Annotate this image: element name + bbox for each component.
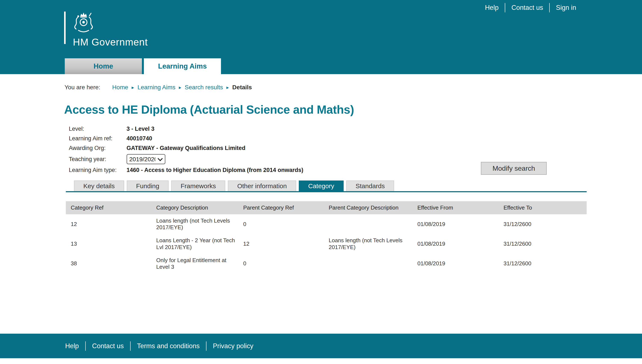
table-row: 13 Loans Length - 2 Year (not Tech Lvl 2…	[66, 234, 587, 254]
royal-crest-icon	[73, 12, 94, 35]
link-divider	[85, 341, 86, 351]
hm-government-logo[interactable]: HM Government	[64, 12, 148, 48]
breadcrumb-home[interactable]: Home	[112, 84, 128, 91]
footer-help-link[interactable]: Help	[65, 342, 79, 350]
tab-other-information[interactable]: Other information	[228, 180, 296, 191]
site-footer: Help Contact us Terms and conditions Pri…	[0, 334, 642, 358]
tab-category[interactable]: Category	[299, 180, 344, 191]
tab-frameworks[interactable]: Frameworks	[171, 180, 225, 191]
modify-search-button[interactable]: Modify search	[481, 162, 547, 175]
footer-contact-us-link[interactable]: Contact us	[92, 342, 124, 350]
contact-us-link[interactable]: Contact us	[511, 4, 543, 12]
detail-row-learning-aim-ref: Learning Aim ref: 40010740	[69, 134, 642, 143]
cell-effective-to: 31/12/2600	[499, 254, 587, 274]
tab-home[interactable]: Home	[65, 58, 142, 74]
breadcrumb-current: Details	[232, 84, 252, 91]
col-effective-from: Effective From	[412, 201, 499, 214]
logo-text: HM Government	[73, 36, 148, 48]
breadcrumb-prefix: You are here:	[65, 84, 100, 91]
breadcrumb: You are here: Home ▸ Learning Aims ▸ Sea…	[65, 84, 642, 91]
detail-label: Teaching year:	[69, 156, 127, 162]
breadcrumb-search-results[interactable]: Search results	[185, 84, 223, 91]
link-divider	[130, 341, 131, 351]
cell-effective-from: 01/08/2019	[412, 234, 499, 254]
top-links: Help Contact us Sign in	[485, 3, 576, 12]
cell-effective-from: 01/08/2019	[412, 214, 499, 234]
cell-category-description: Loans Length - 2 Year (not Tech Lvl 2017…	[151, 234, 238, 254]
cell-effective-from: 01/08/2019	[412, 254, 499, 274]
footer-privacy-link[interactable]: Privacy policy	[213, 342, 253, 350]
logo-divider-bar	[64, 12, 66, 44]
cell-category-ref: 38	[66, 254, 151, 274]
detail-row-learning-aim-type: Learning Aim type: 1460 - Access to High…	[69, 165, 642, 175]
cell-parent-category-description: Loans length (not Tech Levels 2017/EYE)	[324, 234, 412, 254]
help-link[interactable]: Help	[485, 4, 499, 12]
breadcrumb-arrow-icon: ▸	[226, 84, 229, 90]
tab-funding[interactable]: Funding	[127, 180, 169, 191]
tab-standards[interactable]: Standards	[346, 180, 394, 191]
link-divider	[505, 3, 505, 12]
table-row: 12 Loans length (not Tech Levels 2017/EY…	[66, 214, 587, 234]
table-row: 38 Only for Legal Entitlement at Level 3…	[66, 254, 587, 274]
detail-tabs: Key details Funding Frameworks Other inf…	[66, 180, 587, 192]
cell-category-description: Only for Legal Entitlement at Level 3	[151, 254, 238, 274]
col-effective-to: Effective To	[499, 201, 587, 214]
detail-label: Learning Aim type:	[69, 167, 127, 174]
detail-row-awarding-org: Awarding Org: GATEWAY - Gateway Qualific…	[69, 143, 642, 153]
teaching-year-select-wrap: 2019/2020	[127, 154, 165, 164]
tab-learning-aims[interactable]: Learning Aims	[144, 58, 221, 74]
page-title: Access to HE Diploma (Actuarial Science …	[64, 103, 642, 116]
detail-label: Level:	[69, 126, 127, 132]
cell-effective-to: 31/12/2600	[499, 214, 587, 234]
details-panel: Level: 3 - Level 3 Learning Aim ref: 400…	[69, 124, 642, 175]
detail-value: 40010740	[127, 135, 152, 142]
teaching-year-select[interactable]: 2019/2020	[127, 154, 165, 164]
detail-label: Learning Aim ref:	[69, 135, 127, 142]
category-table: Category Ref Category Description Parent…	[66, 201, 587, 274]
cell-parent-category-description	[324, 214, 412, 234]
col-parent-category-ref: Parent Category Ref	[238, 201, 324, 214]
breadcrumb-learning-aims[interactable]: Learning Aims	[137, 84, 175, 91]
detail-row-level: Level: 3 - Level 3	[69, 124, 642, 134]
sign-in-link[interactable]: Sign in	[556, 4, 576, 12]
detail-value: 3 - Level 3	[127, 126, 155, 132]
table-header-row: Category Ref Category Description Parent…	[66, 201, 587, 214]
page: Help Contact us Sign in	[0, 0, 642, 364]
detail-label: Awarding Org:	[69, 145, 127, 152]
link-divider	[549, 3, 550, 12]
detail-value: GATEWAY - Gateway Qualifications Limited	[127, 145, 245, 152]
breadcrumb-arrow-icon: ▸	[179, 84, 181, 90]
detail-row-teaching-year: Teaching year: 2019/2020	[69, 153, 642, 165]
site-header: Help Contact us Sign in	[0, 0, 642, 74]
cell-parent-category-ref: 12	[238, 234, 324, 254]
cell-category-ref: 12	[66, 214, 151, 234]
main-tabs: Home Learning Aims	[65, 58, 221, 74]
col-category-ref: Category Ref	[66, 201, 151, 214]
detail-value: 1460 - Access to Higher Education Diplom…	[127, 167, 303, 174]
col-parent-category-description: Parent Category Description	[324, 201, 412, 214]
link-divider	[206, 341, 206, 351]
cell-category-ref: 13	[66, 234, 151, 254]
tab-key-details[interactable]: Key details	[74, 180, 124, 191]
breadcrumb-arrow-icon: ▸	[132, 84, 134, 90]
cell-parent-category-ref: 0	[238, 214, 324, 234]
col-category-description: Category Description	[151, 201, 238, 214]
cell-category-description: Loans length (not Tech Levels 2017/EYE)	[151, 214, 238, 234]
cell-parent-category-ref: 0	[238, 254, 324, 274]
footer-terms-link[interactable]: Terms and conditions	[137, 342, 200, 350]
cell-parent-category-description	[324, 254, 412, 274]
cell-effective-to: 31/12/2600	[499, 234, 587, 254]
